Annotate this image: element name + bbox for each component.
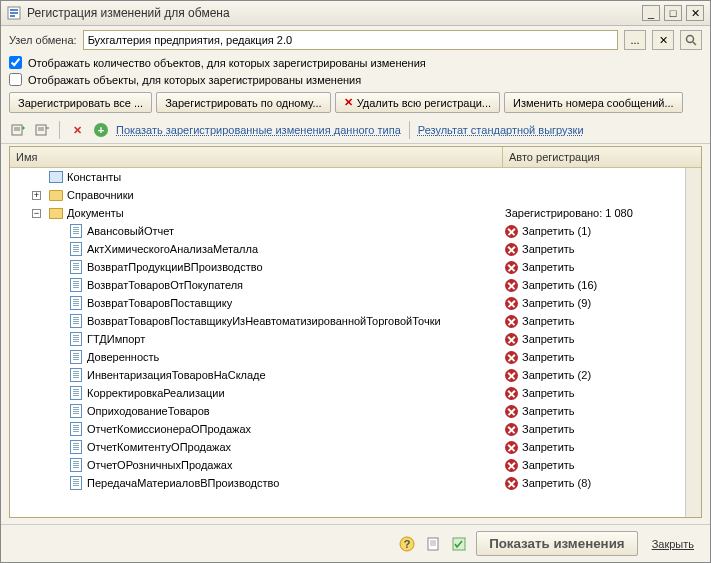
tree-row[interactable]: ИнвентаризацияТоваровНаСкладе Запретить … <box>10 366 685 384</box>
svg-rect-17 <box>428 538 438 550</box>
delete-registration-button[interactable]: ✕Удалить всю регистраци... <box>335 92 500 113</box>
footer-doc-icon[interactable] <box>424 535 442 553</box>
reg-status: Запретить <box>522 387 575 399</box>
document-icon <box>69 278 83 292</box>
register-all-button[interactable]: Зарегистрировать все ... <box>9 92 152 113</box>
reg-status: Запретить <box>522 441 575 453</box>
exchange-node-label: Узел обмена: <box>9 34 77 46</box>
document-icon <box>69 350 83 364</box>
node-label: ВозвратТоваровОтПокупателя <box>87 279 243 291</box>
deny-icon <box>505 369 518 382</box>
registered-count: Зарегистрировано: 1 080 <box>505 207 633 219</box>
folder-open-icon <box>49 206 63 220</box>
close-button[interactable]: ✕ <box>686 5 704 21</box>
svg-text:?: ? <box>404 538 411 550</box>
tree-row[interactable]: ВозвратТоваровПоставщику Запретить (9) <box>10 294 685 312</box>
close-link[interactable]: Закрыть <box>646 534 700 554</box>
tree-row[interactable]: АвансовыйОтчет Запретить (1) <box>10 222 685 240</box>
node-label: ОтчетКомиссионераОПродажах <box>87 423 251 435</box>
tree-row[interactable]: ВозвратТоваровПоставщикуИзНеавтоматизиро… <box>10 312 685 330</box>
document-icon <box>69 242 83 256</box>
document-icon <box>69 368 83 382</box>
node-label: ГТДИмпорт <box>87 333 145 345</box>
tree-row[interactable]: КорректировкаРеализации Запретить <box>10 384 685 402</box>
collapse-icon[interactable]: − <box>32 209 41 218</box>
tree-row[interactable]: ОприходованиеТоваров Запретить <box>10 402 685 420</box>
column-name[interactable]: Имя <box>10 147 503 167</box>
deny-icon <box>505 315 518 328</box>
node-label: Документы <box>67 207 124 219</box>
show-count-label: Отображать количество объектов, для кото… <box>28 57 426 69</box>
node-label: ОприходованиеТоваров <box>87 405 210 417</box>
document-icon <box>69 296 83 310</box>
std-result-link[interactable]: Результат стандартной выгрузки <box>418 124 584 136</box>
show-count-checkbox[interactable] <box>9 56 22 69</box>
tree-row[interactable]: АктХимическогоАнализаМеталла Запретить <box>10 240 685 258</box>
svg-line-5 <box>693 42 696 45</box>
minimize-button[interactable]: _ <box>642 5 660 21</box>
titlebar: Регистрация изменений для обмена _ □ ✕ <box>1 1 710 26</box>
show-objects-checkbox[interactable] <box>9 73 22 86</box>
expand-tree-icon[interactable] <box>9 121 27 139</box>
svg-rect-3 <box>10 15 15 17</box>
footer-save-icon[interactable] <box>450 535 468 553</box>
reg-status: Запретить <box>522 243 575 255</box>
svg-rect-1 <box>10 9 18 11</box>
reg-status: Запретить (9) <box>522 297 591 309</box>
show-registered-link[interactable]: Показать зарегистрированные изменения да… <box>116 124 401 136</box>
document-icon <box>69 458 83 472</box>
reg-status: Запретить <box>522 459 575 471</box>
tree-row[interactable]: ОтчетКомиссионераОПродажах Запретить <box>10 420 685 438</box>
tree-row[interactable]: ВозвратТоваровОтПокупателя Запретить (16… <box>10 276 685 294</box>
column-auto-reg[interactable]: Авто регистрация <box>503 147 685 167</box>
register-one-button[interactable]: Зарегистрировать по одному... <box>156 92 330 113</box>
exchange-node-input[interactable] <box>83 30 618 50</box>
collapse-tree-icon[interactable] <box>33 121 51 139</box>
tree-row[interactable]: Константы <box>10 168 685 186</box>
document-icon <box>69 224 83 238</box>
window-title: Регистрация изменений для обмена <box>27 6 636 20</box>
tree-row[interactable]: ОтчетКомитентуОПродажах Запретить <box>10 438 685 456</box>
reg-status: Запретить (8) <box>522 477 591 489</box>
tree-row[interactable]: ГТДИмпорт Запретить <box>10 330 685 348</box>
tree-row[interactable]: ПередачаМатериаловВПроизводство Запретит… <box>10 474 685 492</box>
node-label: КорректировкаРеализации <box>87 387 225 399</box>
document-icon <box>69 386 83 400</box>
tree-row[interactable]: +Справочники <box>10 186 685 204</box>
deny-icon <box>505 279 518 292</box>
tree-row[interactable]: ВозвратПродукцииВПроизводство Запретить <box>10 258 685 276</box>
deny-icon <box>505 297 518 310</box>
expand-icon[interactable]: + <box>32 191 41 200</box>
delete-icon[interactable]: ✕ <box>68 121 86 139</box>
deny-icon <box>505 405 518 418</box>
deny-icon <box>505 333 518 346</box>
select-node-button[interactable]: ... <box>624 30 646 50</box>
folder-icon <box>49 188 63 202</box>
vertical-scrollbar[interactable] <box>685 168 701 517</box>
change-numbers-button[interactable]: Изменить номера сообщений... <box>504 92 683 113</box>
show-objects-label: Отображать объекты, для которых зарегист… <box>28 74 361 86</box>
reg-status: Запретить <box>522 261 575 273</box>
maximize-button[interactable]: □ <box>664 5 682 21</box>
node-label: Доверенность <box>87 351 159 363</box>
node-label: ВозвратПродукцииВПроизводство <box>87 261 263 273</box>
node-label: ВозвратТоваровПоставщикуИзНеавтоматизиро… <box>87 315 441 327</box>
close-icon: ✕ <box>344 96 353 109</box>
help-icon[interactable]: ? <box>398 535 416 553</box>
add-icon[interactable]: + <box>92 121 110 139</box>
deny-icon <box>505 351 518 364</box>
show-changes-button[interactable]: Показать изменения <box>476 531 638 556</box>
deny-icon <box>505 243 518 256</box>
deny-icon <box>505 459 518 472</box>
deny-icon <box>505 225 518 238</box>
reg-status: Запретить <box>522 423 575 435</box>
tree-row[interactable]: ОтчетОРозничныхПродажах Запретить <box>10 456 685 474</box>
reg-status: Запретить (1) <box>522 225 591 237</box>
reg-status: Запретить <box>522 333 575 345</box>
clear-node-button[interactable]: ✕ <box>652 30 674 50</box>
search-node-button[interactable] <box>680 30 702 50</box>
tree-row[interactable]: −Документы Зарегистрировано: 1 080 <box>10 204 685 222</box>
reg-status: Запретить <box>522 351 575 363</box>
tree-row[interactable]: Доверенность Запретить <box>10 348 685 366</box>
reg-status: Запретить (2) <box>522 369 591 381</box>
